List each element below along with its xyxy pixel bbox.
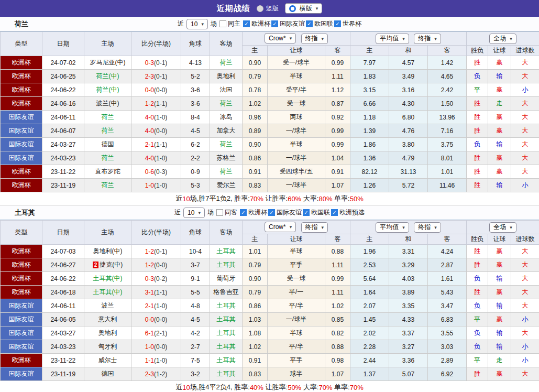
- avg-home: 5.64: [350, 272, 389, 286]
- full-time-score: 3-1: [145, 289, 154, 296]
- col-date: 日期: [42, 32, 84, 56]
- home-team: 意大利: [84, 313, 131, 326]
- result-wdl: 胜: [467, 245, 488, 258]
- odds-handicap: 一/球半: [268, 151, 325, 165]
- odds-stage-select[interactable]: 终指: [301, 34, 328, 44]
- result-wdl: 负: [467, 340, 488, 354]
- away-team-name: 荷兰: [220, 59, 233, 66]
- full-time-score: 1-2: [145, 100, 154, 107]
- odds-home: 1.03: [243, 313, 268, 326]
- competition-checkbox[interactable]: 欧洲杯: [240, 208, 267, 217]
- odds-group-header: Crow* 终指: [243, 221, 350, 234]
- home-team-name: 德国: [102, 140, 114, 148]
- result-handicap: 赢: [488, 367, 511, 381]
- score-cell: 1-0(0-0): [131, 340, 181, 354]
- competition-checkbox[interactable]: 欧洲预选: [331, 208, 365, 217]
- odds-away: 0.98: [325, 354, 350, 367]
- result-handicap: 输: [488, 70, 511, 83]
- scope-select[interactable]: 全场: [489, 222, 516, 233]
- avg-away: 1.50: [428, 97, 467, 111]
- score-cell: 0-6(0-3): [131, 165, 181, 179]
- avg-draw: 6.80: [389, 111, 428, 124]
- recent-count-select[interactable]: 10: [186, 19, 208, 29]
- scope-select[interactable]: 全场: [489, 34, 516, 44]
- match-rows: 欧洲杯24-07-03奥地利(中)1-2(0-1)10-4土耳其1.01半球0.…: [1, 245, 539, 381]
- odds-home: 0.78: [243, 83, 268, 97]
- average-select[interactable]: 平均值: [376, 222, 409, 233]
- odds-handicap: 半/一: [268, 286, 325, 299]
- match-row: 国际友谊24-06-11波兰2-1(1-0)4-8土耳其0.86平/半1.022…: [1, 299, 539, 313]
- odds-home: 0.96: [243, 111, 268, 124]
- competition-checkbox[interactable]: 世界杯: [334, 19, 361, 28]
- summary-stat-value: 70%: [250, 195, 263, 203]
- bookmaker-select-value: Crow*: [269, 223, 286, 231]
- checkbox-unchecked-icon: [219, 20, 226, 27]
- summary-text: 让胜率:: [263, 383, 288, 392]
- avg-stage-select[interactable]: 终指: [414, 34, 441, 44]
- avg-away: 1.61: [428, 272, 467, 286]
- away-team: 荷兰: [210, 97, 243, 111]
- away-team: 土耳其: [210, 340, 243, 354]
- avg-stage-select[interactable]: 终指: [414, 222, 441, 233]
- avg-home: 1.26: [350, 179, 389, 192]
- away-team-name: 土耳其: [217, 261, 236, 268]
- team-section-netherlands: 荷兰 近 10 场 同主 欧洲杯国际友谊欧国联世界杯 类型 日期 主场 比分(半…: [0, 17, 539, 205]
- same-venue-checkbox[interactable]: 同客: [216, 208, 237, 217]
- summary-text: 大率:: [301, 383, 318, 392]
- summary-text: 场,胜7平1负2, 胜率:: [190, 194, 250, 203]
- competition-label: 欧国联: [314, 19, 333, 28]
- odds-stage-select[interactable]: 终指: [301, 222, 328, 233]
- match-date: 24-06-22: [42, 83, 84, 97]
- bookmaker-select[interactable]: Crow*: [265, 222, 296, 232]
- away-team-name: 格鲁吉亚: [214, 288, 239, 296]
- recent-count-select[interactable]: 10: [183, 208, 205, 218]
- odds-handicap: 半球: [268, 70, 325, 83]
- avg-away: 3.75: [428, 138, 467, 151]
- avg-draw: 4.57: [389, 56, 428, 70]
- full-time-score: 6-1: [145, 330, 154, 337]
- layout-vertical-radio[interactable]: 竖版: [257, 4, 279, 13]
- match-date: 24-03-27: [42, 138, 84, 151]
- bookmaker-select[interactable]: Crow*: [265, 33, 296, 43]
- result-wdl: 胜: [467, 124, 488, 138]
- match-row: 欧洲杯23-11-22威尔士1-1(1-0)7-5土耳其0.91平手0.982.…: [1, 354, 539, 367]
- competition-checkbox[interactable]: 欧国联: [303, 208, 330, 217]
- radio-icon: [257, 5, 263, 12]
- avg-draw: 31.13: [389, 165, 428, 179]
- full-time-score: 2-3: [145, 371, 154, 378]
- average-select[interactable]: 平均值: [376, 34, 409, 44]
- result-wdl: 平: [467, 313, 488, 326]
- home-team-name: 德国: [102, 370, 114, 377]
- competition-checkbox[interactable]: 国际友谊: [271, 19, 305, 28]
- avg-home: 1.45: [350, 313, 389, 326]
- competition-checkbox[interactable]: 欧国联: [306, 19, 333, 28]
- full-time-score: 2-3: [145, 73, 154, 80]
- avg-home: 6.66: [350, 97, 389, 111]
- competition-type-cell: 欧洲杯: [1, 258, 42, 272]
- competition-checkbox[interactable]: 国际友谊: [268, 208, 302, 217]
- full-time-score: 1-2: [145, 248, 154, 255]
- home-team-name: 威尔士: [98, 356, 117, 364]
- summary-text: 场,胜4平2负4, 胜率:: [190, 383, 250, 392]
- corner-score: 0-9: [181, 165, 210, 179]
- match-date: 24-03-27: [42, 326, 84, 340]
- result-handicap: 赢: [488, 258, 511, 272]
- avg-group-header: 平均值 终指: [350, 32, 467, 46]
- same-venue-checkbox[interactable]: 同主: [219, 19, 240, 28]
- half-time-score: (0-1): [154, 73, 167, 80]
- away-team-name: 土耳其: [217, 315, 236, 323]
- col-score: 比分(半场): [131, 32, 181, 56]
- result-goals: 大: [511, 111, 539, 124]
- radio-selected-icon: [289, 5, 296, 12]
- score-cell: 4-0(1-0): [131, 151, 181, 165]
- away-team: 苏格兰: [210, 151, 243, 165]
- home-team-name: 荷兰: [102, 113, 114, 121]
- competition-checkbox[interactable]: 欧洲杯: [243, 19, 270, 28]
- odds-home: 1.02: [243, 340, 268, 354]
- checkbox-checked-icon: [334, 20, 341, 27]
- result-group-header: 全场: [467, 221, 539, 234]
- avg-away: 4.24: [428, 245, 467, 258]
- team-section-turkey: 土耳其 近 10 场 同客 欧洲杯国际友谊欧国联欧洲预选 类型 日期 主场 比分…: [0, 205, 539, 392]
- half-time-score: (0-0): [154, 262, 167, 269]
- layout-horizontal-radio[interactable]: 横版: [285, 3, 323, 14]
